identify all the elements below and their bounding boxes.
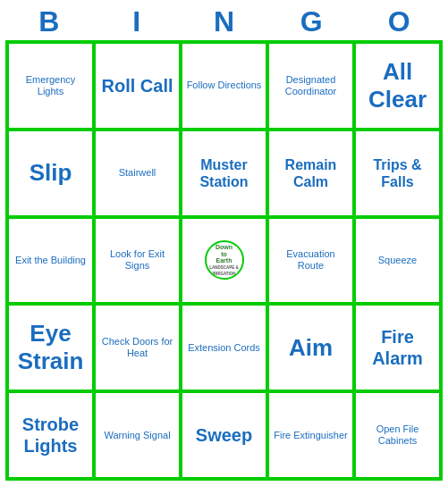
cell-text-r4-c4: Open File Cabinets — [359, 423, 435, 447]
cell-text-r1-c3: Remain Calm — [273, 156, 349, 190]
header-letter-o: O — [359, 5, 439, 38]
bingo-grid: Emergency LightsRoll CallFollow Directio… — [5, 40, 443, 481]
cell-r1-c1[interactable]: Stairwell — [94, 130, 181, 217]
header-letter-n: N — [183, 5, 264, 38]
cell-r0-c3[interactable]: Designated Coordinator — [267, 42, 354, 130]
free-space-logo: DowntoEarthLANDSCAPE &IRRIGATION — [205, 240, 244, 280]
cell-r3-c0[interactable]: Eye Strain — [7, 304, 94, 391]
cell-text-r0-c4: All Clear — [359, 58, 435, 113]
cell-r4-c0[interactable]: Strobe Lights — [7, 391, 94, 479]
cell-text-r3-c0: Eye Strain — [13, 320, 89, 375]
cell-text-r0-c3: Designated Coordinator — [273, 74, 349, 97]
cell-text-r4-c2: Sweep — [196, 424, 252, 446]
cell-r4-c4[interactable]: Open File Cabinets — [354, 391, 441, 479]
header-letter-g: G — [271, 5, 351, 38]
cell-text-r3-c2: Extension Cords — [188, 342, 260, 354]
cell-text-r1-c4: Trips & Falls — [359, 156, 435, 190]
cell-text-r1-c2: Muster Station — [186, 156, 262, 190]
cell-r4-c2[interactable]: Sweep — [181, 391, 267, 479]
cell-r3-c4[interactable]: Fire Alarm — [354, 304, 441, 391]
cell-r0-c2[interactable]: Follow Directions — [181, 42, 267, 130]
cell-r2-c0[interactable]: Exit the Building — [7, 217, 94, 305]
cell-r2-c3[interactable]: Evacuation Route — [267, 217, 354, 305]
cell-r3-c2[interactable]: Extension Cords — [181, 304, 267, 391]
cell-text-r3-c3: Aim — [289, 334, 333, 362]
bingo-header: BINGO — [5, 5, 443, 38]
cell-text-r3-c1: Check Doors for Heat — [99, 336, 175, 359]
cell-text-r0-c1: Roll Call — [101, 75, 173, 96]
cell-r3-c3[interactable]: Aim — [267, 304, 354, 391]
cell-r2-c2[interactable]: DowntoEarthLANDSCAPE &IRRIGATION — [181, 217, 267, 305]
cell-text-r4-c3: Fire Extinguisher — [274, 430, 348, 441]
cell-text-r2-c4: Squeeze — [378, 255, 417, 266]
cell-text-r0-c0: Emergency Lights — [13, 74, 89, 97]
cell-r0-c4[interactable]: All Clear — [354, 42, 441, 130]
cell-text-r0-c2: Follow Directions — [187, 80, 262, 91]
cell-r1-c4[interactable]: Trips & Falls — [354, 130, 441, 217]
cell-text-r2-c1: Look for Exit Signs — [99, 248, 175, 272]
cell-r4-c3[interactable]: Fire Extinguisher — [267, 391, 354, 479]
cell-r4-c1[interactable]: Warning Signal — [94, 391, 181, 479]
cell-text-r3-c4: Fire Alarm — [359, 326, 435, 369]
cell-text-r4-c1: Warning Signal — [104, 430, 170, 441]
cell-r2-c4[interactable]: Squeeze — [354, 217, 441, 305]
cell-text-r1-c0: Slip — [30, 159, 72, 187]
cell-r2-c1[interactable]: Look for Exit Signs — [94, 217, 181, 305]
cell-r1-c0[interactable]: Slip — [7, 130, 94, 217]
cell-text-r4-c0: Strobe Lights — [13, 414, 89, 457]
cell-text-r1-c1: Stairwell — [119, 167, 156, 179]
cell-text-r2-c0: Exit the Building — [15, 255, 86, 266]
header-letter-i: I — [97, 5, 177, 38]
cell-r0-c1[interactable]: Roll Call — [94, 42, 181, 130]
cell-r1-c2[interactable]: Muster Station — [181, 130, 267, 217]
cell-r1-c3[interactable]: Remain Calm — [267, 130, 354, 217]
header-letter-b: B — [9, 5, 89, 38]
cell-r3-c1[interactable]: Check Doors for Heat — [94, 304, 181, 391]
cell-r0-c0[interactable]: Emergency Lights — [7, 42, 94, 130]
cell-text-r2-c3: Evacuation Route — [273, 248, 349, 272]
